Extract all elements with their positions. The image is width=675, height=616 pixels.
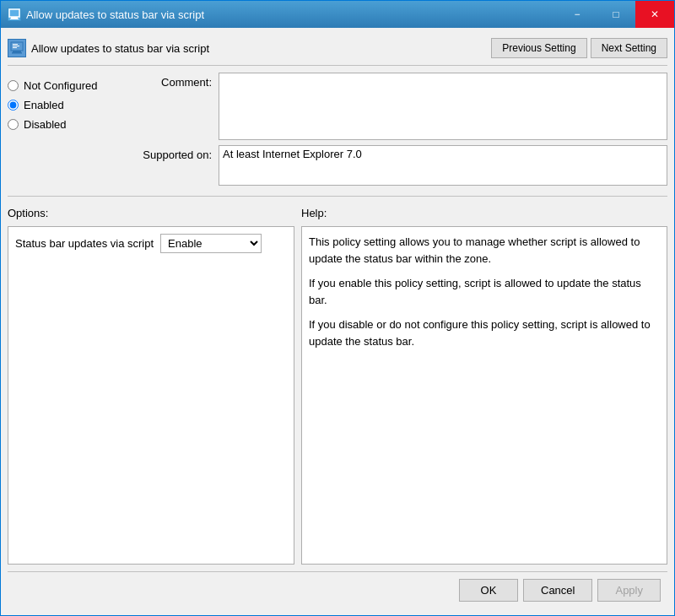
content-area: Allow updates to status bar via script P… (1, 28, 674, 615)
svg-rect-6 (13, 44, 18, 45)
status-bar-label: Status bar updates via script (15, 237, 154, 250)
nav-buttons: Previous Setting Next Setting (491, 38, 667, 58)
not-configured-radio[interactable] (8, 80, 19, 91)
comment-textarea[interactable] (219, 73, 667, 140)
status-bar-option-row: Status bar updates via script Enable Dis… (15, 234, 287, 253)
help-label: Help: (301, 207, 667, 219)
help-panel: Help: This policy setting allows you to … (301, 207, 667, 565)
supported-label: Supported on: (136, 145, 212, 161)
status-bar-dropdown[interactable]: Enable Disable (160, 234, 262, 253)
app-icon (8, 8, 21, 21)
help-content: This policy setting allows you to manage… (301, 226, 667, 565)
header-title: Allow updates to status bar via script (31, 42, 209, 55)
disabled-option[interactable]: Disabled (8, 118, 126, 131)
left-panel: Not Configured Enabled Disabled (8, 73, 126, 186)
help-paragraph-2: If you enable this policy setting, scrip… (309, 275, 660, 308)
supported-value: At least Internet Explorer 7.0 (219, 145, 667, 186)
header-left: Allow updates to status bar via script (8, 39, 209, 57)
next-setting-button[interactable]: Next Setting (591, 38, 667, 58)
ok-button[interactable]: OK (459, 579, 518, 602)
window-title: Allow updates to status bar via script (26, 8, 204, 21)
svg-rect-2 (10, 19, 19, 19)
enabled-option[interactable]: Enabled (8, 99, 126, 111)
options-content: Status bar updates via script Enable Dis… (8, 226, 294, 565)
svg-rect-8 (13, 47, 17, 48)
not-configured-label: Not Configured (24, 79, 97, 92)
options-label: Options: (8, 207, 294, 219)
svg-rect-4 (13, 51, 21, 52)
title-bar-left: Allow updates to status bar via script (8, 8, 204, 21)
svg-rect-1 (11, 17, 18, 19)
svg-rect-5 (12, 52, 22, 54)
title-buttons: − □ ✕ (558, 1, 674, 28)
comment-row: Comment: (136, 73, 667, 140)
enabled-radio[interactable] (8, 100, 19, 111)
divider (8, 196, 667, 197)
options-help-section: Options: Status bar updates via script E… (8, 207, 667, 565)
svg-rect-0 (9, 9, 19, 17)
help-paragraph-1: This policy setting allows you to manage… (309, 234, 660, 267)
title-bar: Allow updates to status bar via script −… (1, 1, 674, 28)
not-configured-option[interactable]: Not Configured (8, 79, 126, 92)
supported-row: Supported on: At least Internet Explorer… (136, 145, 667, 186)
policy-icon (8, 39, 26, 57)
header-bar: Allow updates to status bar via script P… (8, 35, 667, 66)
main-window: Allow updates to status bar via script −… (0, 0, 675, 616)
disabled-label: Disabled (24, 118, 67, 131)
enabled-label: Enabled (24, 99, 64, 111)
footer: OK Cancel Apply (8, 571, 667, 608)
cancel-button[interactable]: Cancel (523, 579, 592, 602)
apply-button[interactable]: Apply (597, 579, 661, 602)
close-button[interactable]: ✕ (635, 1, 674, 28)
disabled-radio[interactable] (8, 119, 19, 130)
help-paragraph-3: If you disable or do not configure this … (309, 316, 660, 349)
options-panel: Options: Status bar updates via script E… (8, 207, 294, 565)
comment-label: Comment: (136, 73, 212, 89)
minimize-button[interactable]: − (558, 1, 597, 28)
main-section: Not Configured Enabled Disabled Comment: (8, 73, 667, 186)
previous-setting-button[interactable]: Previous Setting (491, 38, 586, 58)
radio-group: Not Configured Enabled Disabled (8, 79, 126, 131)
right-panel: Comment: Supported on: At least Internet… (136, 73, 667, 186)
svg-rect-7 (13, 46, 19, 46)
maximize-button[interactable]: □ (597, 1, 635, 28)
